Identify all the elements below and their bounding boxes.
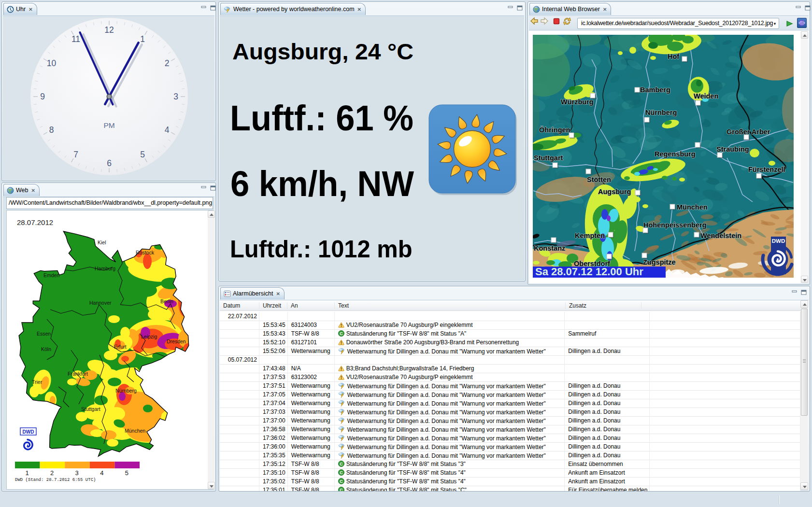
svg-text:2: 2: [50, 469, 54, 477]
svg-text:PM: PM: [103, 121, 114, 129]
svg-text:Nürnberg: Nürnberg: [645, 109, 677, 116]
svg-text:Hof: Hof: [668, 53, 679, 60]
svg-text:Wendelstein: Wendelstein: [700, 232, 741, 239]
svg-text:6: 6: [107, 158, 112, 168]
svg-text:Weiden: Weiden: [694, 92, 718, 100]
svg-text:Stötten: Stötten: [587, 176, 611, 183]
svg-text:Leipzig: Leipzig: [141, 334, 157, 339]
svg-text:Stuttgart: Stuttgart: [534, 154, 563, 162]
svg-text:7: 7: [73, 150, 78, 159]
svg-text:3: 3: [75, 469, 79, 477]
svg-text:München: München: [125, 428, 145, 434]
svg-text:2: 2: [165, 58, 170, 68]
svg-text:Emden: Emden: [43, 272, 59, 278]
svg-text:Erfurt: Erfurt: [114, 344, 127, 350]
svg-text:Hannover: Hannover: [89, 300, 112, 306]
svg-text:Hamburg: Hamburg: [95, 266, 115, 271]
svg-text:DWD: DWD: [772, 238, 785, 244]
svg-text:Kempten: Kempten: [575, 232, 605, 239]
svg-text:Nürnberg: Nürnberg: [115, 388, 137, 394]
svg-text:C: C: [340, 331, 343, 336]
svg-text:10: 10: [47, 58, 57, 68]
svg-text:DWD: DWD: [23, 429, 34, 435]
svg-text:5: 5: [140, 150, 145, 159]
svg-text:Großer Arber: Großer Arber: [727, 128, 770, 136]
svg-text:Stuttgart: Stuttgart: [81, 406, 100, 412]
svg-text:C: C: [340, 462, 343, 466]
svg-text:4: 4: [165, 125, 170, 135]
svg-text:Köln: Köln: [41, 346, 51, 352]
svg-text:Essen: Essen: [37, 331, 51, 337]
svg-text:Regensburg: Regensburg: [655, 150, 696, 158]
svg-text:9: 9: [40, 92, 45, 101]
svg-text:1: 1: [25, 469, 28, 477]
svg-text:Öhringen: Öhringen: [539, 126, 570, 134]
svg-text:1: 1: [140, 34, 145, 44]
svg-text:Zugspitze: Zugspitze: [643, 258, 676, 266]
svg-text:Kiel: Kiel: [98, 239, 106, 245]
svg-text:12: 12: [104, 25, 114, 35]
svg-text:Fürstenzell: Fürstenzell: [748, 166, 785, 173]
svg-text:Hohenpeissenberg: Hohenpeissenberg: [643, 221, 707, 229]
svg-text:4: 4: [100, 469, 103, 477]
svg-text:3: 3: [173, 92, 178, 101]
svg-text:Sa 28.07.12 12.00 Uhr: Sa 28.07.12 12.00 Uhr: [535, 266, 643, 278]
svg-text:C: C: [340, 479, 343, 484]
svg-text:Dresden: Dresden: [167, 338, 186, 344]
svg-text:DWD (Stand: 28.7.2012 6:55 UTC: DWD (Stand: 28.7.2012 6:55 UTC): [15, 478, 96, 482]
svg-text:5: 5: [125, 469, 128, 477]
svg-text:Augsburg: Augsburg: [598, 188, 631, 196]
svg-text:Bamberg: Bamberg: [640, 86, 670, 94]
svg-text:C: C: [340, 470, 343, 475]
svg-text:C: C: [340, 488, 343, 491]
svg-text:Würzburg: Würzburg: [561, 98, 594, 106]
svg-text:8: 8: [49, 125, 54, 135]
svg-text:Konstanz: Konstanz: [534, 244, 565, 252]
svg-text:Frankfurt: Frankfurt: [68, 371, 88, 377]
svg-text:München: München: [677, 203, 708, 211]
svg-text:Straubing: Straubing: [716, 145, 749, 153]
svg-text:Rostock: Rostock: [136, 250, 155, 255]
svg-text:11: 11: [71, 34, 80, 44]
svg-text:28.07.2012: 28.07.2012: [17, 218, 53, 226]
svg-text:Berlin: Berlin: [160, 298, 173, 304]
svg-text:Trier: Trier: [32, 379, 43, 385]
